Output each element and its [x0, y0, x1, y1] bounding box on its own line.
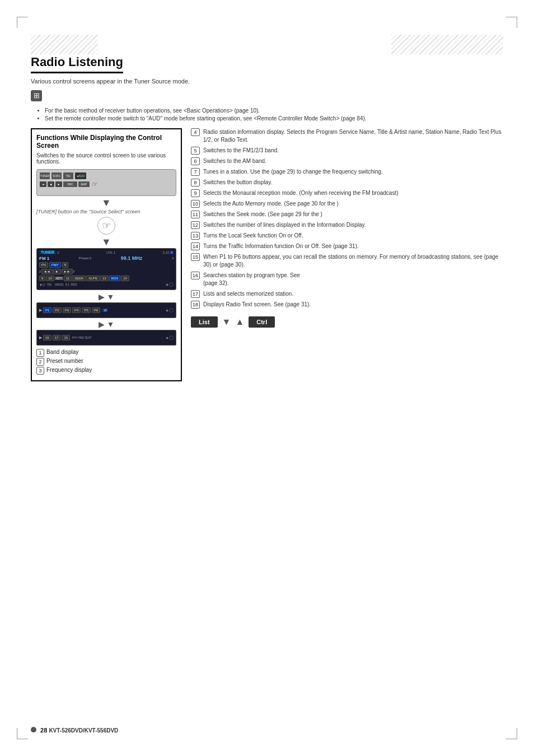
screen-labels: 1 Band display 2 Preset number 3 Frequen… — [36, 349, 176, 375]
label-text-2: Preset number — [46, 358, 83, 364]
right-text-12: Switches the number of lines displayed i… — [203, 221, 503, 229]
note-icon: ⊞ — [31, 90, 42, 101]
right-item-6: 6 Switches to the AM band. — [191, 157, 503, 165]
right-text-4: Radio station information display. Selec… — [203, 128, 503, 144]
right-text-10: Selects the Auto Memory mode. (See page … — [203, 200, 503, 208]
right-num-6: 6 — [191, 157, 200, 165]
right-num-15: 15 — [191, 253, 200, 261]
left-column: Functions While Displaying the Control S… — [31, 128, 182, 388]
right-text-11: Switches the Seek mode. (See page 29 for… — [203, 211, 503, 218]
arrow-right-down-1: ▶ ▼ — [36, 292, 176, 301]
right-num-16: 16 — [191, 272, 200, 279]
right-num-17: 17 — [191, 290, 200, 298]
hand-pointer-area: ☞ — [36, 217, 176, 235]
label-num-2: 2 — [36, 358, 44, 366]
right-num-18: 18 — [191, 301, 200, 309]
bottom-nav: List ▼ ▲ Ctrl — [191, 313, 503, 328]
label-text-3: Frequency display — [46, 367, 92, 373]
right-text-13: Turns the Local Seek function On or Off. — [203, 232, 503, 240]
device-top-screen: TUNER SCRC TEL ●AUD ◄ ■ ► SRC MAP ☞ — [36, 169, 176, 196]
page-dot — [31, 727, 36, 732]
right-num-8: 8 — [191, 179, 200, 186]
right-item-7: 7 Tunes in a station. Use the (page 29) … — [191, 168, 503, 176]
right-num-14: 14 — [191, 242, 200, 250]
label-text-1: Band display — [46, 349, 78, 355]
right-num-13: 13 — [191, 232, 200, 240]
right-text-15: When P1 to P6 buttons appear, you can re… — [203, 253, 503, 269]
right-text-14: Turns the Traffic Information function O… — [203, 242, 503, 250]
arrow-right-down-2: ▶ ▼ — [36, 320, 176, 329]
right-item-15: 15 When P1 to P6 buttons appear, you can… — [191, 253, 503, 269]
model-name: KVT-526DVD/KVT-556DVD — [49, 727, 118, 734]
corner-mark-tr — [506, 17, 517, 28]
right-text-8: Switches the button display. — [203, 179, 503, 186]
right-column: 4 Radio station information display. Sel… — [191, 128, 503, 388]
control-box: Functions While Displaying the Control S… — [31, 128, 182, 381]
right-item-13: 13 Turns the Local Seek function On or O… — [191, 232, 503, 240]
right-item-17: 17 Lists and selects memorized station. — [191, 290, 503, 298]
right-text-7: Tunes in a station. Use the (page 29) to… — [203, 168, 503, 176]
tuner-main-screen: TUNER 2 LTK 1 1:12 4 FM 1 Preset 0 99.1 … — [36, 248, 176, 290]
page-title: Radio Listening — [31, 55, 123, 73]
preset-screen: ▶ P1 P2 P3 P4 P5 P6 18 ▲◯ — [36, 302, 176, 318]
right-text-18: Displays Radio Text screen. See (page 31… — [203, 301, 503, 309]
right-item-5: 5 Switches to the FM1/2/3 band. — [191, 147, 503, 155]
corner-mark-bl — [17, 728, 28, 739]
ctrl-button[interactable]: Ctrl — [249, 316, 275, 328]
right-num-10: 10 — [191, 200, 200, 208]
right-num-5: 5 — [191, 147, 200, 155]
right-text-9: Selects the Monaural reception mode. (On… — [203, 189, 503, 197]
right-item-10: 10 Selects the Auto Memory mode. (See pa… — [191, 200, 503, 208]
right-text-17: Lists and selects memorized station. — [203, 290, 503, 298]
right-num-7: 7 — [191, 168, 200, 176]
page-number-area: 28 KVT-526DVD/KVT-556DVD — [31, 727, 118, 734]
right-item-16: 16 Searches station by program type. See… — [191, 272, 503, 287]
label-num-1: 1 — [36, 349, 44, 357]
right-item-11: 11 Switches the Seek mode. (See page 29 … — [191, 211, 503, 218]
nav-arrow-down: ▼ — [222, 317, 231, 327]
control-box-title: Functions While Displaying the Control S… — [36, 134, 176, 150]
arrow-down-2: ▼ — [36, 237, 176, 247]
right-text-6: Switches to the AM band. — [203, 157, 503, 165]
corner-mark-tl — [17, 17, 28, 28]
right-item-14: 14 Turns the Traffic Information functio… — [191, 242, 503, 250]
right-num-4: 4 — [191, 128, 200, 136]
right-item-4: 4 Radio station information display. Sel… — [191, 128, 503, 144]
right-item-12: 12 Switches the number of lines displaye… — [191, 221, 503, 229]
list-button[interactable]: List — [191, 316, 218, 328]
right-item-9: 9 Selects the Monaural reception mode. (… — [191, 189, 503, 197]
nav-arrow-up: ▲ — [235, 317, 244, 327]
right-num-9: 9 — [191, 189, 200, 197]
control-box-subtitle: Switches to the source control screen to… — [36, 152, 176, 165]
right-item-8: 8 Switches the button display. — [191, 179, 503, 186]
right-num-11: 11 — [191, 211, 200, 218]
notes-list: For the basic method of receiver button … — [36, 108, 503, 122]
corner-mark-br — [506, 728, 517, 739]
note-item-1: For the basic method of receiver button … — [45, 108, 503, 114]
right-item-18: 18 Displays Radio Text screen. See (page… — [191, 301, 503, 309]
note-item-2: Set the remote controller mode switch to… — [45, 115, 503, 122]
label-num-3: 3 — [36, 367, 44, 375]
right-num-12: 12 — [191, 221, 200, 229]
page-num: 28 — [40, 727, 47, 734]
pty-screen: ▶ 16 17 15 PTY TRE TEXT ▲◯ — [36, 330, 176, 346]
arrow-down-1: ▼ — [36, 198, 176, 208]
page-subtitle: Various control screens appear in the Tu… — [31, 78, 503, 85]
right-text-16: Searches station by program type. See (p… — [203, 272, 503, 287]
source-select-label: [TUNER] button on the "Source Select" sc… — [36, 209, 176, 214]
right-items-list: 4 Radio station information display. Sel… — [191, 128, 503, 309]
right-text-5: Switches to the FM1/2/3 band. — [203, 147, 503, 155]
